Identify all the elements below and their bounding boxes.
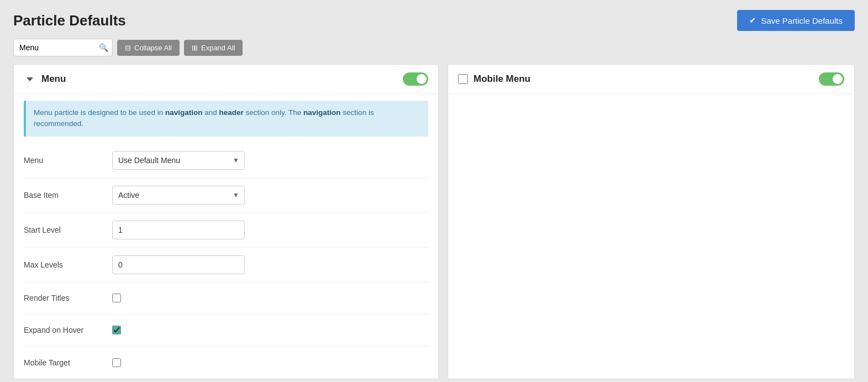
menu-info-box: Menu particle is designed to be used in … (24, 101, 428, 137)
menu-toggle-slider (403, 72, 428, 86)
mobile-menu-panel-header: Mobile Menu (448, 65, 854, 94)
menu-collapse-button[interactable] (24, 73, 36, 85)
render-titles-label: Render Titles (24, 294, 112, 302)
menu-form: Menu Use Default Menu Main Menu Custom M… (14, 143, 438, 379)
search-button[interactable]: 🔍 (99, 43, 108, 52)
toolbar: 🔍 ⊟ Collapse All ⊞ Expand All (0, 39, 868, 64)
expand-hover-label: Expand on Hover (24, 326, 112, 334)
chevron-down-icon (27, 77, 33, 81)
max-levels-label: Max Levels (24, 260, 112, 269)
base-item-label: Base Item (24, 191, 112, 200)
menu-panel-header: Menu (14, 65, 438, 94)
expand-all-button[interactable]: ⊞ Expand All (184, 40, 243, 56)
menu-field-label: Menu (24, 156, 112, 165)
start-level-input[interactable] (112, 221, 245, 239)
menu-panel: Menu Menu particle is designed to be use… (13, 64, 439, 379)
main-content: Menu Menu particle is designed to be use… (0, 64, 868, 382)
mobile-menu-toggle-slider (819, 72, 844, 86)
page-title: Particle Defaults (13, 12, 126, 29)
base-item-field-row: Base Item Active Home All ▼ (24, 178, 428, 213)
search-icon: 🔍 (99, 43, 108, 52)
expand-hover-field-row: Expand on Hover (24, 315, 428, 347)
start-level-field-row: Start Level (24, 213, 428, 248)
start-level-label: Start Level (24, 226, 112, 234)
expand-icon: ⊞ (192, 44, 198, 52)
menu-panel-title: Menu (41, 74, 66, 85)
render-titles-field-row: Render Titles (24, 282, 428, 315)
mobile-target-field-row: Mobile Target (24, 347, 428, 379)
base-item-select[interactable]: Active Home All (112, 186, 245, 205)
mobile-target-label: Mobile Target (24, 358, 112, 367)
menu-field-row: Menu Use Default Menu Main Menu Custom M… (24, 143, 428, 178)
mobile-menu-panel: Mobile Menu (448, 64, 855, 379)
search-wrap: 🔍 (13, 39, 113, 56)
expand-hover-checkbox[interactable] (112, 326, 121, 334)
menu-select[interactable]: Use Default Menu Main Menu Custom Menu (112, 151, 245, 170)
mobile-menu-panel-title: Mobile Menu (474, 74, 530, 85)
save-button[interactable]: ✔ Save Particle Defaults (737, 10, 855, 31)
mobile-menu-checkbox[interactable] (458, 74, 468, 84)
checkmark-icon: ✔ (749, 15, 756, 25)
render-titles-checkbox[interactable] (112, 294, 121, 302)
base-item-select-wrap: Active Home All ▼ (112, 186, 245, 205)
collapse-all-button[interactable]: ⊟ Collapse All (117, 40, 180, 56)
max-levels-field-row: Max Levels (24, 248, 428, 282)
collapse-icon: ⊟ (125, 44, 131, 52)
menu-select-wrap: Use Default Menu Main Menu Custom Menu ▼ (112, 151, 245, 170)
max-levels-input[interactable] (112, 255, 245, 274)
mobile-menu-toggle[interactable] (819, 72, 844, 86)
mobile-target-checkbox[interactable] (112, 358, 121, 367)
search-input[interactable] (13, 39, 113, 56)
menu-toggle[interactable] (403, 72, 428, 86)
top-bar: Particle Defaults ✔ Save Particle Defaul… (0, 0, 868, 39)
